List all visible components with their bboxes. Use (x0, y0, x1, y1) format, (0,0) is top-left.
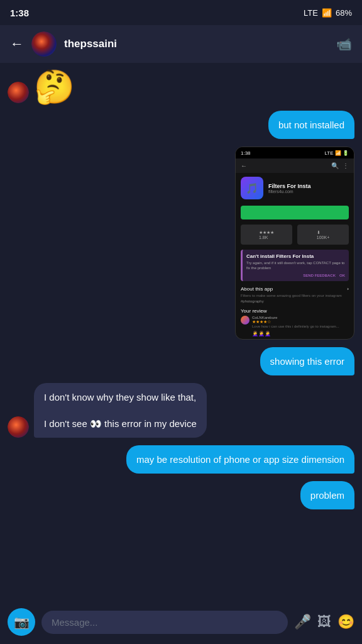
camera-button[interactable]: 📷 (8, 608, 35, 636)
ss-ok-btn: OK (339, 274, 345, 277)
message-row-screenshot: 1:38 LTE 📶 🔋 ← 🔍 ⋮ 🎵 Filters For Insta f… (8, 147, 354, 340)
ss-icons: LTE 📶 🔋 (324, 150, 349, 156)
screenshot-bubble: 1:38 LTE 📶 🔋 ← 🔍 ⋮ 🎵 Filters For Insta f… (235, 147, 354, 340)
ss-status-bar: 1:38 LTE 📶 🔋 (236, 147, 354, 158)
ss-review-content: GoLNKarebure ★★★★☆ Love how i can use th… (252, 316, 349, 336)
image-icon[interactable]: 🖼 (317, 614, 331, 630)
ss-back-icon: ← (241, 162, 247, 169)
chat-area: 🤔 but not installed 1:38 LTE 📶 🔋 ← 🔍 ⋮ 🎵 (0, 63, 362, 604)
ss-review-text: Love how i can use this i definitely go … (252, 325, 349, 329)
signal-icon: 📶 (322, 8, 332, 18)
ss-app-info: Filters For Insta filters4u.com (268, 183, 311, 194)
message-input[interactable] (41, 611, 288, 634)
ss-app-row: 🎵 Filters For Insta filters4u.com (236, 173, 354, 203)
avatar-image (8, 82, 29, 103)
ss-error-box: Can't install Filters For Insta Try agai… (241, 250, 349, 281)
message-row: but not installed (8, 111, 354, 139)
sticker-icon[interactable]: 😊 (337, 614, 354, 630)
avatar-image (31, 31, 57, 57)
message-bubble: but not installed (268, 111, 354, 139)
video-call-icon[interactable]: 📹 (336, 36, 352, 52)
ss-nav: ← 🔍 ⋮ (236, 158, 354, 173)
sender-avatar (8, 416, 29, 438)
battery-label: 68% (336, 8, 352, 18)
camera-icon: 📷 (14, 614, 30, 630)
message-row: problem (8, 481, 354, 509)
ss-ratings: ★★★★1.8K ⬇100K+ (236, 222, 354, 247)
ss-send-feedback-btn: SEND FEEDBACK (303, 274, 336, 277)
ss-about-text: Filters to make some amazing good filter… (241, 294, 349, 299)
header-action-icons: 📹 (336, 36, 352, 52)
lte-label: LTE (304, 8, 318, 18)
message-bubble: I don't know why they show like that, I … (34, 383, 207, 438)
back-button[interactable]: ← (10, 36, 24, 52)
ss-about-section: About this app › Filters to make some am… (236, 284, 354, 306)
input-bar: 📷 🎤 🖼 😊 (0, 600, 362, 644)
ss-review-emojis: 🤦‍♀️🤦‍♀️🤦‍♀️ (252, 331, 349, 336)
ss-search-icon: 🔍 (331, 162, 339, 169)
message-row: may be resolution of phone or app size d… (8, 445, 354, 474)
status-time: 1:38 (10, 8, 29, 18)
microphone-icon[interactable]: 🎤 (294, 614, 311, 630)
ss-review-title: Your review (241, 308, 349, 314)
ss-tags: #photography (241, 299, 349, 303)
ss-reviewer-avatar (241, 316, 250, 325)
ss-app-name: Filters For Insta (268, 183, 311, 189)
message-text-line1: I don't know why they show like that, (44, 392, 196, 402)
avatar-image (8, 416, 29, 438)
status-bar: 1:38 LTE 📶 68% (0, 0, 362, 25)
status-icons: LTE 📶 68% (304, 8, 352, 18)
ss-about-title: About this app › (241, 286, 349, 292)
ss-error-footer: SEND FEEDBACK OK (246, 274, 345, 277)
ss-error-text: Try again, and if it still doesn't work,… (246, 261, 345, 271)
sender-avatar (8, 82, 29, 103)
message-row: I don't know why they show like that, I … (8, 383, 354, 438)
chat-header: ← thepssaini 📹 (0, 25, 362, 63)
header-username[interactable]: thepssaini (64, 38, 329, 50)
emoji-bubble: 🤔 (34, 70, 75, 103)
ss-review-stars: ★★★★☆ (252, 319, 349, 325)
ss-rating-item: ★★★★1.8K (241, 225, 292, 245)
ss-review-section: Your review GoLNKarebure ★★★★☆ Love how … (236, 306, 354, 338)
ss-app-icon: 🎵 (241, 177, 263, 199)
ss-app-sub: filters4u.com (268, 189, 311, 194)
input-actions: 🎤 🖼 😊 (294, 614, 354, 630)
ss-error-title: Can't install Filters For Insta (246, 253, 345, 259)
ss-time: 1:38 (241, 150, 251, 156)
message-bubble: problem (300, 481, 354, 509)
header-avatar (31, 31, 57, 57)
message-bubble: may be resolution of phone or app size d… (126, 445, 354, 474)
ss-more-icon: ⋮ (343, 162, 349, 169)
ss-downloads-item: ⬇100K+ (297, 225, 349, 245)
message-text-line2: I don't see 👀 this error in my device (44, 418, 197, 429)
message-row: 🤔 (8, 70, 354, 103)
message-row: showing this error (8, 347, 354, 375)
ss-review-row: GoLNKarebure ★★★★☆ Love how i can use th… (241, 316, 349, 336)
ss-install-button (241, 206, 349, 219)
message-bubble: showing this error (260, 347, 354, 375)
